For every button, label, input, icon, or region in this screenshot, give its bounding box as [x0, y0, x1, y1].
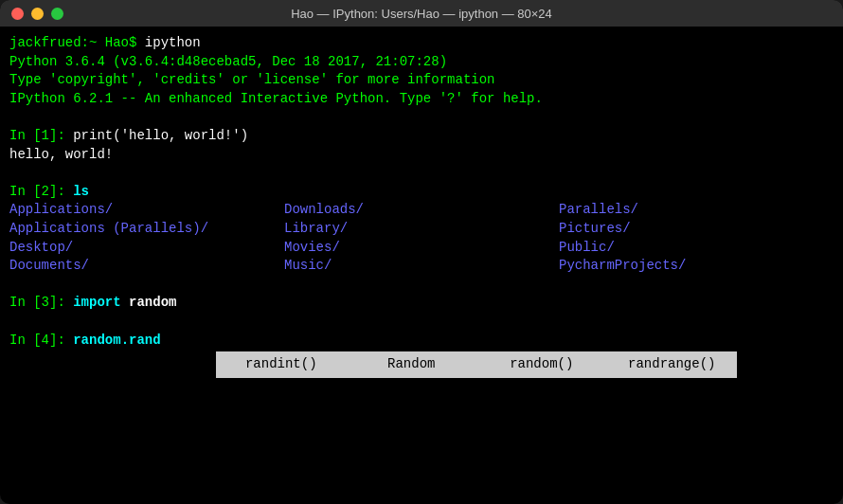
spacer-3	[9, 276, 834, 295]
output-hello: hello, world!	[9, 146, 834, 165]
minimize-button[interactable]	[31, 8, 44, 20]
spacer-4	[9, 313, 834, 332]
in1-command: print('hello, world!')	[73, 127, 248, 146]
copyright-line: Type 'copyright', 'credits' or 'license'…	[9, 71, 834, 90]
autocomplete-randrange[interactable]: randrange()	[607, 353, 738, 376]
spacer-1	[9, 108, 834, 127]
terminal-window: Hao — IPython: Users/Hao — ipython — 80×…	[0, 0, 843, 504]
ls-item-11: PycharmProjects/	[559, 257, 834, 276]
ls-item-8: Public/	[559, 239, 834, 258]
prompt-line: jackfrued:~ Hao$ ipython	[9, 34, 834, 53]
traffic-lights	[11, 8, 63, 20]
autocomplete-bar[interactable]: randint() Random random() randrange()	[216, 351, 737, 378]
in2-prompt: In [2]:	[9, 183, 73, 202]
maximize-button[interactable]	[51, 8, 63, 20]
python-version-line: Python 3.6.4 (v3.6.4:d48ecebad5, Dec 18 …	[9, 53, 834, 72]
in3-module: random	[129, 294, 176, 313]
ls-output: Applications/ Downloads/ Parallels/ Appl…	[9, 201, 834, 275]
prompt-user: jackfrued:~ Hao$	[9, 34, 136, 53]
in4-command: random.rand	[73, 332, 160, 351]
ipython-command: ipython	[136, 34, 200, 53]
autocomplete-random-class[interactable]: Random	[347, 353, 477, 376]
ipython-info-line: IPython 6.2.1 -- An enhanced Interactive…	[9, 90, 834, 109]
in3-line: In [3]: import random	[9, 294, 834, 313]
in1-line: In [1]: print('hello, world!')	[9, 127, 834, 146]
ls-item-4: Library/	[284, 220, 559, 239]
ls-item-7: Movies/	[284, 239, 559, 258]
window-title: Hao — IPython: Users/Hao — ipython — 80×…	[291, 7, 552, 21]
terminal-body[interactable]: jackfrued:~ Hao$ ipython Python 3.6.4 (v…	[0, 27, 843, 504]
ls-item-0: Applications/	[9, 201, 284, 220]
titlebar: Hao — IPython: Users/Hao — ipython — 80×…	[0, 0, 843, 27]
ls-item-10: Music/	[284, 257, 559, 276]
in4-prompt: In [4]:	[9, 332, 73, 351]
in3-prompt: In [3]:	[9, 294, 73, 313]
ls-item-6: Desktop/	[9, 239, 284, 258]
close-button[interactable]	[11, 8, 24, 20]
ls-item-1: Downloads/	[284, 201, 559, 220]
ls-item-5: Pictures/	[559, 220, 834, 239]
autocomplete-random-fn[interactable]: random()	[476, 353, 607, 376]
ls-item-2: Parallels/	[559, 201, 834, 220]
ls-item-3: Applications (Parallels)/	[9, 220, 284, 239]
ls-item-9: Documents/	[9, 257, 284, 276]
in3-space	[121, 294, 129, 313]
spacer-2	[9, 164, 834, 183]
in2-line: In [2]: ls	[9, 183, 834, 202]
in4-line: In [4]: random.rand	[9, 332, 834, 351]
in1-prompt: In [1]:	[9, 127, 73, 146]
autocomplete-randint[interactable]: randint()	[216, 353, 347, 376]
in2-command: ls	[73, 183, 89, 202]
in3-keyword: import	[73, 294, 120, 313]
